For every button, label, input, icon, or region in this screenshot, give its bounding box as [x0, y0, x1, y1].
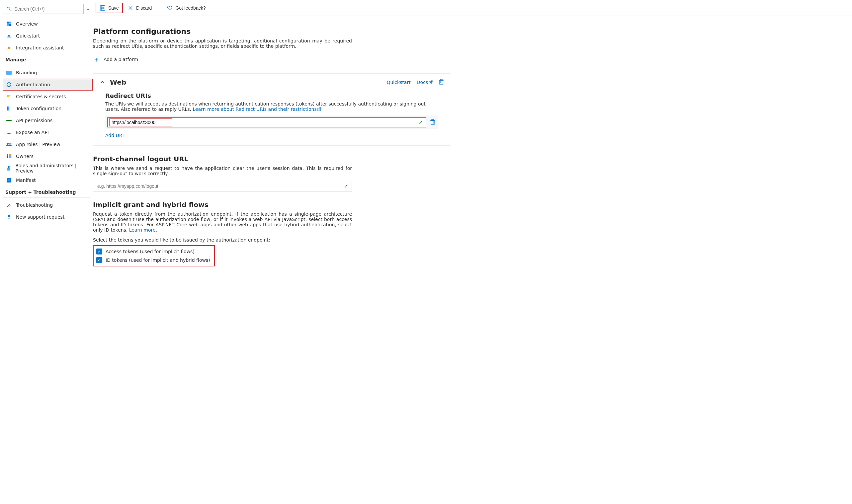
- sidebar-item-api-permissions[interactable]: API permissions: [3, 114, 93, 126]
- delete-platform-button[interactable]: [439, 79, 444, 86]
- redirect-uri-value-highlight: [109, 119, 172, 126]
- svg-rect-12: [7, 107, 7, 110]
- save-button[interactable]: Save: [95, 3, 123, 13]
- redirect-learn-more-link[interactable]: Learn more about Redirect URIs and their…: [193, 107, 321, 112]
- sidebar-item-expose-api[interactable]: Expose an API: [3, 126, 93, 138]
- sidebar-group-manage: Manage: [3, 54, 93, 65]
- implicit-learn-more-link[interactable]: Learn more.: [129, 227, 157, 233]
- logout-url-input[interactable]: [97, 183, 348, 189]
- svg-rect-20: [7, 154, 8, 156]
- heart-icon: [167, 5, 173, 11]
- external-link-icon: [429, 80, 433, 85]
- sidebar-item-manifest[interactable]: Manifest: [3, 174, 93, 186]
- checkbox-checked-icon: ✓: [96, 249, 102, 254]
- svg-point-16: [10, 120, 12, 121]
- svg-rect-22: [7, 156, 8, 158]
- svg-rect-30: [100, 6, 105, 10]
- sidebar-item-label: Owners: [16, 154, 34, 159]
- svg-point-24: [7, 166, 10, 168]
- search-box[interactable]: [3, 4, 84, 14]
- sidebar-item-troubleshooting[interactable]: Troubleshooting: [3, 199, 93, 211]
- svg-point-6: [8, 35, 10, 36]
- add-platform-button[interactable]: ＋ Add a platform: [93, 53, 138, 65]
- web-quickstart-link[interactable]: Quickstart: [386, 79, 411, 85]
- svg-rect-42: [431, 121, 434, 124]
- sidebar-item-new-support[interactable]: New support request: [3, 211, 93, 223]
- content: Platform configurations Depending on the…: [93, 16, 458, 280]
- platform-config-desc: Depending on the platform or device this…: [93, 38, 352, 49]
- admins-icon: [6, 165, 12, 171]
- id-tokens-checkbox[interactable]: ✓ ID tokens (used for implicit and hybri…: [96, 257, 210, 263]
- delete-uri-button[interactable]: [430, 119, 435, 126]
- svg-point-0: [7, 7, 10, 10]
- implicit-title: Implicit grant and hybrid flows: [93, 201, 450, 209]
- access-tokens-checkbox[interactable]: ✓ Access tokens (used for implicit flows…: [96, 249, 210, 254]
- implicit-select-label: Select the tokens you would like to be i…: [93, 237, 450, 242]
- sidebar-item-label: New support request: [16, 214, 65, 220]
- search-input[interactable]: [14, 6, 81, 12]
- rocket-icon: [6, 45, 12, 51]
- roles-icon: [6, 141, 12, 147]
- web-docs-link[interactable]: Docs: [417, 79, 433, 85]
- add-platform-label: Add a platform: [104, 57, 138, 62]
- add-uri-link[interactable]: Add URI: [105, 133, 124, 138]
- discard-label: Discard: [136, 5, 152, 11]
- sidebar-item-app-roles[interactable]: App roles | Preview: [3, 138, 93, 150]
- sidebar-item-label: Authentication: [16, 82, 50, 87]
- sidebar-item-integration[interactable]: Integration assistant: [3, 42, 93, 54]
- redirect-uri-input-wrap[interactable]: ✓: [107, 118, 426, 127]
- external-link-icon: [317, 107, 321, 112]
- svg-rect-32: [101, 8, 104, 10]
- sidebar-item-label: Manifest: [16, 178, 36, 183]
- toolbar-separator: [159, 5, 159, 11]
- redirect-uri-input[interactable]: [111, 120, 170, 125]
- wrench-icon: [6, 202, 12, 208]
- overview-icon: [6, 21, 12, 27]
- sidebar-item-label: Integration assistant: [16, 45, 64, 50]
- svg-rect-2: [7, 22, 8, 23]
- sidebar-item-label: Overview: [16, 21, 38, 26]
- svg-rect-25: [7, 168, 10, 170]
- token-checkbox-group: ✓ Access tokens (used for implicit flows…: [93, 245, 215, 266]
- sidebar: « Overview Quickstart Integration assist…: [0, 0, 93, 504]
- sidebar-item-authentication[interactable]: Authentication: [3, 79, 93, 91]
- quickstart-icon: [6, 33, 12, 39]
- save-icon: [100, 5, 106, 11]
- svg-rect-19: [6, 145, 12, 146]
- redirect-uri-row: ✓: [105, 115, 438, 129]
- owners-icon: [6, 153, 12, 159]
- plus-icon: ＋: [93, 56, 100, 63]
- logout-url-input-wrap[interactable]: ✓: [93, 181, 352, 192]
- chevron-up-icon[interactable]: [99, 79, 105, 85]
- svg-rect-46: [432, 120, 434, 121]
- platform-config-title: Platform configurations: [93, 27, 450, 36]
- svg-rect-31: [101, 6, 104, 7]
- sidebar-item-label: Branding: [16, 70, 37, 75]
- sidebar-item-quickstart[interactable]: Quickstart: [3, 30, 93, 42]
- branding-icon: [6, 70, 12, 76]
- sidebar-item-label: Troubleshooting: [16, 202, 53, 208]
- svg-point-17: [7, 143, 8, 145]
- expose-icon: [6, 129, 12, 136]
- valid-check-icon: ✓: [344, 183, 348, 190]
- svg-rect-21: [9, 154, 11, 156]
- svg-rect-27: [7, 179, 10, 180]
- svg-line-1: [10, 10, 11, 11]
- sidebar-item-certificates[interactable]: Certificates & secrets: [3, 91, 93, 103]
- sidebar-item-roles-admins[interactable]: Roles and administrators | Preview: [3, 162, 93, 174]
- discard-button[interactable]: Discard: [124, 3, 155, 13]
- checkbox-label: Access tokens (used for implicit flows): [106, 249, 195, 254]
- svg-rect-8: [7, 72, 10, 72]
- sidebar-item-owners[interactable]: Owners: [3, 150, 93, 162]
- api-perm-icon: [6, 118, 12, 123]
- sidebar-item-branding[interactable]: Branding: [3, 67, 93, 79]
- feedback-button[interactable]: Got feedback?: [163, 3, 209, 13]
- logout-desc: This is where we send a request to have …: [93, 166, 352, 176]
- sidebar-item-label: App roles | Preview: [16, 142, 60, 147]
- sidebar-item-token-config[interactable]: Token configuration: [3, 103, 93, 114]
- sidebar-item-overview[interactable]: Overview: [3, 18, 93, 30]
- sidebar-item-label: API permissions: [16, 118, 52, 123]
- collapse-sidebar-icon[interactable]: «: [87, 7, 90, 12]
- nav: Overview Quickstart Integration assistan…: [3, 18, 93, 223]
- sidebar-item-label: Quickstart: [16, 33, 40, 38]
